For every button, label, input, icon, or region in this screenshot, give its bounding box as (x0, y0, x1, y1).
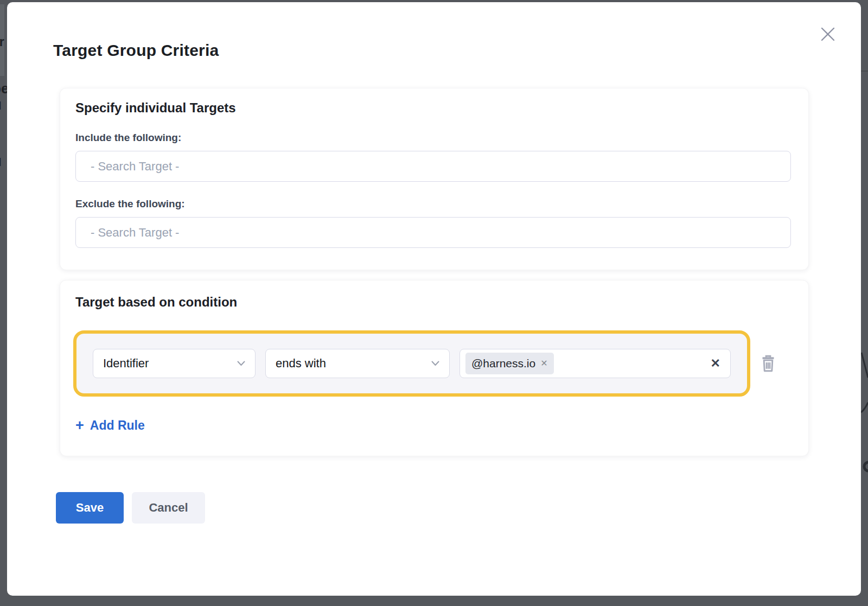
chip-remove-icon[interactable]: ✕ (540, 359, 547, 368)
delete-rule-button[interactable] (757, 352, 779, 375)
attribute-select-value: Identifier (103, 356, 149, 371)
backdrop-text-fragment: cl (0, 100, 7, 112)
chevron-down-icon (237, 361, 245, 366)
backdrop-text-fragment: o (0, 176, 7, 187)
individual-targets-heading: Specify individual Targets (75, 100, 791, 116)
backdrop-text-fragment: cl (0, 156, 7, 169)
page-title: Target Group Criteria (53, 41, 816, 60)
backdrop-divider-line (861, 71, 868, 72)
attribute-select[interactable]: Identifier (93, 349, 256, 378)
save-button[interactable]: Save (56, 492, 124, 524)
trash-icon (760, 354, 777, 373)
backdrop-text-fragment: o (0, 117, 7, 128)
include-target-search-input[interactable] (75, 151, 791, 182)
close-icon (820, 26, 836, 42)
backdrop-text-fragment: er (0, 35, 7, 49)
backdrop-text-fragment: pe (0, 80, 7, 97)
include-label: Include the following: (75, 132, 791, 144)
operator-select-value: ends with (276, 356, 326, 371)
close-button[interactable] (819, 25, 837, 43)
rule-row: Identifier ends with @harness.io ✕ (73, 330, 795, 397)
chevron-down-icon (431, 361, 439, 366)
add-rule-button[interactable]: + Add Rule (75, 418, 145, 433)
values-multiselect-field[interactable]: @harness.io ✕ ✕ (459, 349, 731, 378)
value-chip-label: @harness.io (471, 357, 535, 370)
backdrop-left-content: er pe cl o cl o r o (0, 0, 7, 606)
exclude-target-search-input[interactable] (75, 217, 791, 248)
value-chip: @harness.io ✕ (465, 353, 554, 374)
add-rule-label: Add Rule (90, 418, 145, 433)
operator-select[interactable]: ends with (265, 349, 450, 378)
plus-icon: + (75, 418, 84, 433)
rule-container-highlighted: Identifier ends with @harness.io ✕ (73, 330, 750, 397)
condition-card: Target based on condition Identifier end… (60, 280, 809, 456)
backdrop-text-fragment: o (0, 251, 7, 262)
backdrop-diagram-fragment (861, 326, 868, 499)
exclude-label: Exclude the following: (75, 198, 791, 210)
target-group-criteria-modal: Target Group Criteria Specify individual… (7, 2, 861, 596)
individual-targets-card: Specify individual Targets Include the f… (60, 88, 809, 270)
condition-heading: Target based on condition (75, 295, 795, 310)
modal-footer: Save Cancel (56, 492, 816, 524)
clear-values-button[interactable]: ✕ (710, 358, 722, 369)
cancel-button[interactable]: Cancel (132, 492, 205, 524)
backdrop-right-content (861, 0, 868, 606)
backdrop-text-fragment: r (0, 220, 7, 237)
